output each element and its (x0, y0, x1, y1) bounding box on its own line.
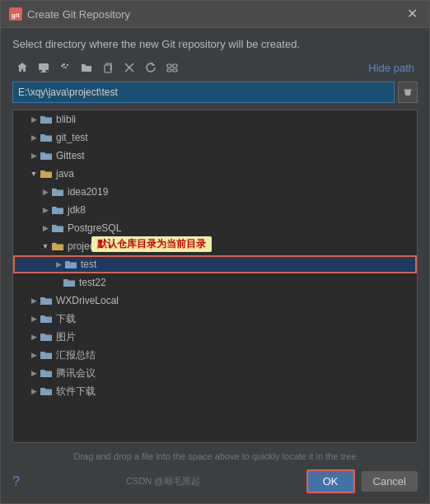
tree-label-project: project (68, 240, 97, 252)
svg-rect-11 (167, 69, 171, 72)
folder-icon-project (51, 240, 64, 253)
tree-item-test22[interactable]: ▶ test22 (13, 273, 417, 292)
folder-icon-tencent (40, 366, 53, 380)
desktop-button[interactable] (34, 58, 54, 77)
tree-item-jdk8[interactable]: ▶ jdk8 (13, 201, 417, 219)
tree-item-downloads[interactable]: ▶ 下载 (13, 310, 417, 328)
tree-label-git-test: git_test (56, 132, 88, 143)
annotation-text: 默认仓库目录为当前目录 (91, 236, 212, 252)
folder-icon-reports (40, 348, 53, 362)
tree-label-software: 软件下载 (56, 385, 96, 399)
svg-rect-12 (173, 69, 177, 72)
delete-button[interactable] (119, 58, 139, 77)
expand-button[interactable] (162, 58, 182, 77)
tree-label-jdk8: jdk8 (68, 204, 86, 216)
tree-item-software[interactable]: ▶ 软件下载 (13, 382, 417, 400)
folder-icon-postgresql (51, 222, 64, 235)
arrow-postgresql: ▶ (40, 222, 51, 234)
help-button[interactable]: ? (12, 474, 20, 489)
arrow-pictures: ▶ (28, 331, 40, 343)
svg-rect-4 (40, 72, 47, 72)
tree-item-project[interactable]: ▼ project 默认仓库目录为当前目录 (13, 237, 417, 255)
path-row (12, 82, 418, 103)
folder-icon-wxdrivelocal (40, 294, 53, 307)
refresh-button[interactable] (141, 58, 161, 77)
tree-item-gittest[interactable]: ▶ Gittest (13, 147, 417, 165)
dialog-icon: git (9, 7, 22, 21)
tree-label-blibli: blibli (56, 114, 76, 125)
tree-item-blibli[interactable]: ▶ blibli (13, 110, 417, 128)
svg-text:+: + (88, 67, 91, 72)
arrow-jdk8: ▶ (40, 204, 51, 216)
folder-icon-pictures (40, 330, 53, 343)
path-input[interactable] (12, 82, 395, 103)
tree-item-idea2019[interactable]: ▶ idea2019 (13, 183, 417, 201)
arrow-java: ▼ (28, 168, 40, 180)
instruction-text: Select directory where the new Git repos… (12, 38, 418, 50)
tree-item-java[interactable]: ▼ java (13, 165, 417, 183)
home-button[interactable] (12, 58, 32, 77)
tree-label-reports: 汇报总结 (56, 348, 96, 362)
watermark-text: CSDN @顺毛黑起 (126, 475, 199, 488)
arrow-idea2019: ▶ (40, 186, 51, 198)
svg-rect-10 (173, 64, 177, 68)
cancel-button[interactable]: Cancel (362, 471, 418, 492)
arrow-blibli: ▶ (28, 114, 40, 125)
dialog-footer: ? CSDN @顺毛黑起 OK Cancel (12, 464, 418, 497)
folder-icon-java (40, 167, 53, 180)
arrow-test: ▶ (53, 259, 64, 270)
toolbar: + Hide path (12, 58, 418, 77)
svg-rect-3 (42, 70, 45, 72)
drag-hint: Drag and drop a file into the space abov… (12, 448, 418, 464)
tree-item-tencent[interactable]: ▶ 腾讯会议 (13, 364, 417, 382)
arrow-wxdrivelocal: ▶ (28, 295, 40, 306)
folder-icon-idea2019 (51, 185, 64, 198)
close-button[interactable]: ✕ (404, 6, 421, 22)
tree-label-wxdrivelocal: WXDriveLocal (56, 295, 119, 306)
tree-label-downloads: 下载 (56, 312, 76, 326)
tree-label-gittest: Gittest (56, 150, 85, 161)
tree-item-pictures[interactable]: ▶ 图片 (13, 328, 417, 346)
path-browse-button[interactable] (398, 82, 418, 103)
folder-icon-test (64, 258, 77, 271)
tree-item-test[interactable]: ▶ test (13, 255, 417, 273)
arrow-downloads: ▶ (28, 313, 40, 324)
folder-icon-jdk8 (51, 203, 64, 217)
title-bar: git Create Git Repository ✕ (1, 1, 429, 28)
tree-label-java: java (56, 168, 74, 180)
tree-label-test: test (81, 259, 96, 270)
new-folder-up-button[interactable]: + (77, 58, 96, 77)
folder-icon-git-test (40, 131, 53, 144)
tree-item-git-test[interactable]: ▶ git_test (13, 128, 417, 147)
arrow-git-test: ▶ (28, 132, 40, 143)
arrow-reports: ▶ (28, 349, 40, 361)
tree-item-postgresql[interactable]: ▶ PostgreSQL (13, 219, 417, 237)
title-bar-left: git Create Git Repository (9, 7, 130, 21)
svg-rect-2 (39, 63, 49, 70)
tree-label-test22: test22 (79, 277, 106, 288)
folder-icon-downloads (40, 312, 53, 325)
create-git-repository-dialog: git Create Git Repository ✕ Select direc… (0, 0, 430, 504)
file-tree: ▶ blibli ▶ git_test ▶ Gittest (12, 110, 418, 443)
svg-text:git: git (12, 12, 20, 19)
folder-icon-gittest (40, 149, 53, 162)
arrow-gittest: ▶ (28, 150, 40, 161)
copy-path-button[interactable] (98, 58, 118, 77)
tree-label-idea2019: idea2019 (68, 186, 108, 198)
svg-rect-9 (167, 64, 171, 68)
arrow-software: ▶ (28, 385, 40, 397)
tree-label-pictures: 图片 (56, 330, 76, 344)
parent-dir-button[interactable] (55, 58, 75, 77)
arrow-tencent: ▶ (28, 367, 40, 379)
tree-item-reports[interactable]: ▶ 汇报总结 (13, 346, 417, 364)
tree-item-wxdrivelocal[interactable]: ▶ WXDriveLocal (13, 292, 417, 310)
ok-button[interactable]: OK (306, 469, 355, 493)
dialog-body: Select directory where the new Git repos… (1, 28, 429, 503)
tree-label-postgresql: PostgreSQL (68, 222, 121, 234)
dialog-title: Create Git Repository (27, 8, 130, 21)
hide-path-button[interactable]: Hide path (365, 60, 418, 76)
tree-label-tencent: 腾讯会议 (56, 366, 96, 380)
folder-icon-blibli (40, 113, 53, 126)
arrow-project: ▼ (40, 240, 51, 252)
folder-icon-test22 (63, 276, 76, 289)
